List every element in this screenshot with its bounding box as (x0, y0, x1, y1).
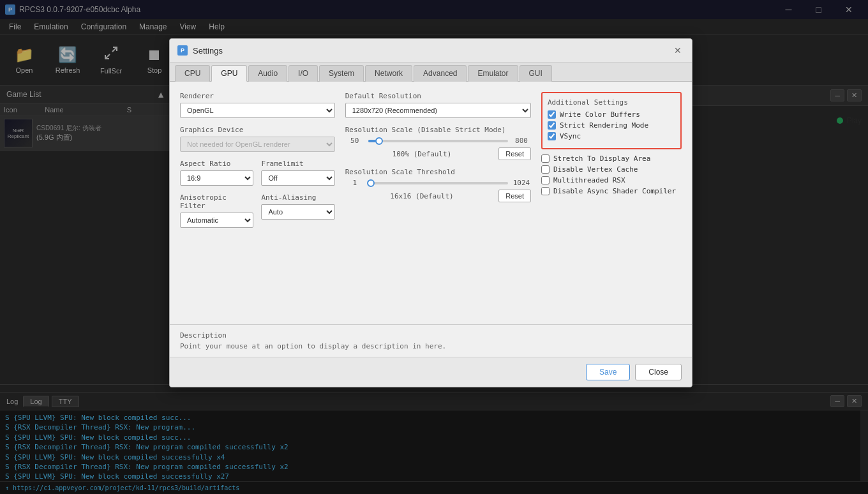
renderer-group: Renderer OpenGL Vulkan (180, 92, 335, 118)
default-res-group: Default Resolution 1280x720 (Recommended… (345, 92, 531, 118)
res-scale-container: Resolution Scale (Disable Strict Mode) 5… (345, 126, 531, 160)
tab-gpu[interactable]: GPU (211, 65, 247, 82)
close-button[interactable]: Close (635, 364, 682, 380)
dialog-footer: Save Close (170, 357, 692, 387)
checkbox-write-color-buffers[interactable]: Write Color Buffers (548, 110, 675, 119)
tab-gui[interactable]: GUI (520, 65, 552, 82)
res-threshold-slider-row: 1 1024 (345, 179, 531, 187)
disable-vertex-cache-checkbox[interactable] (541, 165, 550, 174)
framelimit-select[interactable]: Off 30 60 (261, 170, 334, 186)
strict-rendering-checkbox[interactable] (548, 121, 556, 130)
settings-dialog: P Settings ✕ CPU GPU Audio I/O System Ne… (169, 38, 692, 387)
res-threshold-label: Resolution Scale Threshold (345, 168, 531, 176)
additional-settings-title: Additional Settings (548, 98, 675, 107)
graphics-device-select[interactable]: Not needed for OpenGL renderer (180, 137, 335, 152)
renderer-select[interactable]: OpenGL Vulkan (180, 103, 335, 118)
settings-left: Renderer OpenGL Vulkan Graphics Device N… (180, 92, 335, 314)
description-area: Description Point your mouse at an optio… (170, 324, 692, 357)
res-scale-label: Resolution Scale (Disable Strict Mode) (345, 126, 531, 134)
checkbox-strict-rendering[interactable]: Strict Rendering Mode (548, 121, 675, 130)
save-button[interactable]: Save (586, 364, 630, 380)
res-scale-track (368, 140, 508, 142)
aspect-ratio-label: Aspect Ratio (180, 160, 253, 168)
additional-settings-box: Additional Settings Write Color Buffers … (541, 92, 682, 149)
dialog-close-icon-btn[interactable]: ✕ (671, 44, 684, 57)
write-color-buffers-label: Write Color Buffers (560, 110, 640, 119)
res-scale-slider-row: 50 800 (345, 137, 531, 145)
dialog-tabs: CPU GPU Audio I/O System Network Advance… (170, 63, 692, 82)
renderer-label: Renderer (180, 92, 335, 100)
default-res-label: Default Resolution (345, 92, 531, 100)
framelimit-label: Framelimit (261, 160, 334, 168)
default-res-select[interactable]: 1280x720 (Recommended) 1920x1080 (345, 103, 531, 118)
res-threshold-max: 1024 (512, 179, 531, 187)
dialog-title: P Settings (177, 45, 223, 56)
multithreaded-rsx-label: Multithreaded RSX (553, 176, 625, 184)
dialog-title-bar: P Settings ✕ (170, 39, 692, 63)
aspect-framelimit-row: Aspect Ratio 16:9 4:3 Framelimit Off 30 (180, 160, 335, 186)
aa-label: Anti-Aliasing (261, 193, 334, 202)
app-window: P RPCS3 0.0.7-9207-e050dcbc Alpha ─ □ ✕ … (0, 0, 868, 494)
res-scale-max: 800 (512, 137, 531, 145)
aa-col: Anti-Aliasing Auto None 2x (261, 193, 334, 228)
settings-right: Additional Settings Write Color Buffers … (541, 92, 682, 314)
res-scale-thumb[interactable] (375, 137, 383, 145)
res-threshold-container: Resolution Scale Threshold 1 1024 16x16 (345, 168, 531, 202)
aa-select[interactable]: Auto None 2x (261, 204, 334, 220)
res-threshold-thumb[interactable] (367, 179, 375, 187)
tab-system[interactable]: System (319, 65, 364, 82)
tab-io[interactable]: I/O (288, 65, 318, 82)
res-threshold-value-row: 16x16 (Default) Reset (345, 190, 531, 202)
multithreaded-rsx-checkbox[interactable] (541, 176, 550, 184)
graphics-device-label: Graphics Device (180, 126, 335, 134)
graphics-device-group: Graphics Device Not needed for OpenGL re… (180, 126, 335, 152)
checkbox-disable-async-shader[interactable]: Disable Async Shader Compiler (541, 187, 682, 195)
tab-audio[interactable]: Audio (248, 65, 287, 82)
res-threshold-min: 1 (345, 179, 364, 187)
aniso-col: Anisotropic Filter Automatic 2x 4x (180, 193, 253, 228)
aniso-aa-row: Anisotropic Filter Automatic 2x 4x Anti-… (180, 193, 335, 228)
res-scale-min: 50 (345, 137, 364, 145)
stretch-display-checkbox[interactable] (541, 154, 550, 163)
dialog-title-icon: P (177, 45, 188, 56)
checkbox-disable-vertex-cache[interactable]: Disable Vertex Cache (541, 165, 682, 174)
aspect-ratio-col: Aspect Ratio 16:9 4:3 (180, 160, 253, 186)
write-color-buffers-checkbox[interactable] (548, 110, 556, 119)
settings-center: Default Resolution 1280x720 (Recommended… (345, 92, 531, 314)
res-threshold-value: 16x16 (Default) (345, 192, 499, 200)
res-scale-reset-btn[interactable]: Reset (498, 147, 531, 160)
stretch-display-label: Stretch To Display Area (553, 154, 650, 163)
vsync-checkbox[interactable] (548, 132, 556, 140)
tab-advanced[interactable]: Advanced (414, 65, 467, 82)
description-title: Description (180, 331, 682, 340)
vsync-label: VSync (560, 132, 581, 140)
res-scale-value-row: 100% (Default) Reset (345, 147, 531, 160)
res-threshold-track (368, 182, 508, 184)
checkbox-multithreaded-rsx[interactable]: Multithreaded RSX (541, 176, 682, 184)
framelimit-col: Framelimit Off 30 60 (261, 160, 334, 186)
res-scale-value: 100% (Default) (345, 150, 499, 158)
description-text: Point your mouse at an option to display… (180, 342, 682, 350)
strict-rendering-label: Strict Rendering Mode (560, 121, 648, 130)
disable-vertex-cache-label: Disable Vertex Cache (553, 165, 638, 174)
checkbox-vsync[interactable]: VSync (548, 132, 675, 140)
checkbox-stretch-display[interactable]: Stretch To Display Area (541, 154, 682, 163)
dialog-overlay: P Settings ✕ CPU GPU Audio I/O System Ne… (0, 0, 868, 494)
tab-emulator[interactable]: Emulator (468, 65, 518, 82)
aniso-select[interactable]: Automatic 2x 4x (180, 213, 253, 228)
disable-async-shader-label: Disable Async Shader Compiler (553, 187, 676, 195)
tab-cpu[interactable]: CPU (175, 65, 210, 82)
res-threshold-reset-btn[interactable]: Reset (498, 190, 531, 202)
aspect-ratio-select[interactable]: 16:9 4:3 (180, 170, 253, 186)
aniso-label: Anisotropic Filter (180, 193, 253, 210)
disable-async-shader-checkbox[interactable] (541, 187, 550, 195)
dialog-body: Renderer OpenGL Vulkan Graphics Device N… (170, 82, 692, 324)
tab-network[interactable]: Network (365, 65, 412, 82)
